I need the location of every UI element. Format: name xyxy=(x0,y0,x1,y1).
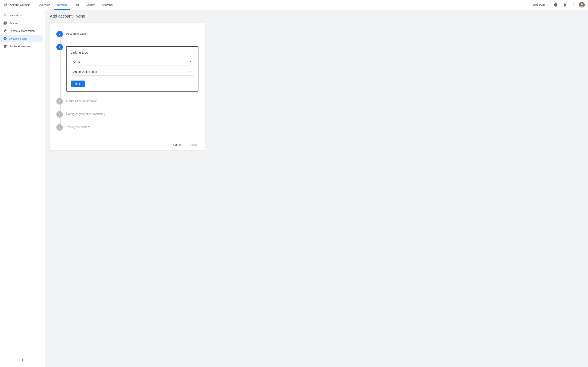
step-4-number: 4 xyxy=(59,113,60,116)
account-linking-card: ✓ Account creation 2 Linking type xyxy=(50,23,205,150)
sidebar-item-theme-label: Theme customization xyxy=(9,29,35,33)
step-4-circle: 4 xyxy=(56,111,63,118)
topnav-right: DemoApp xyxy=(531,1,585,8)
nav-develop[interactable]: Develop xyxy=(54,0,70,10)
sidebar-item-invocation[interactable]: Invocation xyxy=(0,11,43,19)
step-2-number: 2 xyxy=(59,46,60,49)
step-1-content: Account creation xyxy=(66,31,199,35)
sidebar-bottom xyxy=(0,355,45,365)
svg-point-6 xyxy=(581,3,583,5)
step-5-content: Testing instructions xyxy=(66,124,199,129)
sidebar: Invocation Actions Theme customization A… xyxy=(0,10,45,367)
svg-point-1 xyxy=(4,3,6,5)
step-2-circle: 2 xyxy=(56,44,63,50)
step-1-circle: ✓ xyxy=(56,31,63,37)
linking-type-box: Linking type OAuth xyxy=(66,46,199,92)
step-5-circle: 5 xyxy=(56,124,63,131)
nav-links: Overview Develop Test Deploy Analytics xyxy=(35,0,531,10)
auth-flow-wrapper: Authorization code Implicit xyxy=(71,68,194,76)
step-3-row: 3 OAuth Client Information xyxy=(56,95,199,108)
sidebar-item-theme[interactable]: Theme customization xyxy=(0,27,43,35)
collapse-sidebar-button[interactable] xyxy=(2,356,43,364)
svg-point-0 xyxy=(4,3,8,7)
next-button[interactable]: Next xyxy=(71,81,85,87)
step-5-row: 5 Testing instructions xyxy=(56,121,199,134)
backend-services-icon xyxy=(3,44,7,48)
sidebar-item-account-linking-label: Account linking xyxy=(9,37,27,40)
card-footer: Cancel Save xyxy=(50,139,205,150)
cancel-button[interactable]: Cancel xyxy=(170,142,185,148)
app-selector-label: DemoApp xyxy=(533,3,545,6)
chevron-down-icon xyxy=(545,3,549,7)
step-3-number: 3 xyxy=(59,100,60,103)
app-name: Actions Console xyxy=(10,3,30,7)
sidebar-item-account-linking[interactable]: Account linking xyxy=(0,35,43,42)
step-1-title: Account creation xyxy=(66,31,199,35)
step-2-content: Linking type OAuth xyxy=(66,44,199,92)
nav-deploy[interactable]: Deploy xyxy=(83,0,98,10)
svg-point-4 xyxy=(6,5,7,6)
step-3-circle: 3 xyxy=(56,98,63,105)
save-button: Save xyxy=(187,142,200,148)
step-4-title: Configure your client (optional) xyxy=(66,111,199,116)
oauth-type-wrapper: OAuth xyxy=(71,58,194,66)
nav-overview[interactable]: Overview xyxy=(35,0,53,10)
actions-icon xyxy=(3,21,7,25)
sidebar-item-invocation-label: Invocation xyxy=(9,14,21,17)
sidebar-item-actions-label: Actions xyxy=(9,22,18,25)
nav-analytics[interactable]: Analytics xyxy=(99,0,116,10)
help-button[interactable] xyxy=(552,1,559,8)
sidebar-item-backend-services[interactable]: Backend services xyxy=(0,42,43,50)
avatar[interactable] xyxy=(579,2,585,8)
step-1-check-icon: ✓ xyxy=(58,32,61,36)
step-5-title: Testing instructions xyxy=(66,124,199,129)
topnav: Actions Console Overview Develop Test De… xyxy=(0,0,588,10)
account-linking-icon xyxy=(3,37,7,40)
step-2-row: 2 Linking type OAuth xyxy=(56,41,199,95)
oauth-type-select[interactable]: OAuth xyxy=(71,58,194,66)
content-area: Add account linking ✓ Account creation 2 xyxy=(45,10,588,367)
page-title: Add account linking xyxy=(50,14,583,18)
notifications-button[interactable] xyxy=(561,1,568,8)
linking-type-title: Linking type xyxy=(71,51,194,54)
app-logo[interactable]: Actions Console xyxy=(3,2,30,7)
step-3-title: OAuth Client Information xyxy=(66,98,199,103)
microphone-icon xyxy=(3,13,7,17)
theme-icon xyxy=(3,29,7,33)
card-body: ✓ Account creation 2 Linking type xyxy=(50,23,205,139)
app-selector[interactable]: DemoApp xyxy=(531,2,550,7)
step-4-row: 4 Configure your client (optional) xyxy=(56,108,199,121)
svg-point-2 xyxy=(6,3,7,5)
svg-point-3 xyxy=(4,5,6,6)
sidebar-item-backend-services-label: Backend services xyxy=(9,45,30,48)
step-1-row: ✓ Account creation xyxy=(56,27,199,41)
nav-test[interactable]: Test xyxy=(71,0,82,10)
step-4-content: Configure your client (optional) xyxy=(66,111,199,116)
sidebar-item-actions[interactable]: Actions xyxy=(0,19,43,27)
auth-flow-select[interactable]: Authorization code Implicit xyxy=(71,68,194,76)
more-menu-button[interactable] xyxy=(570,1,577,8)
step-3-content: OAuth Client Information xyxy=(66,98,199,103)
step-5-number: 5 xyxy=(59,126,60,129)
